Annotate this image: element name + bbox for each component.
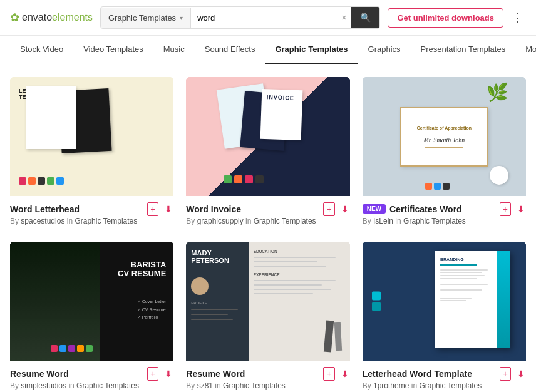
download-icon: ⬇ [165, 204, 172, 214]
logo-elements: elements [52, 12, 93, 23]
download-icon: ⬇ [517, 369, 525, 379]
main-content: LETTERHEADTEMPLATE W [0, 64, 536, 392]
nav-item-stock-video[interactable]: Stock Video [10, 36, 73, 64]
download-icon: ⬇ [341, 369, 349, 379]
card-6: BRANDING [363, 242, 526, 392]
download-icon: ⬇ [341, 204, 349, 214]
card-6-thumbnail[interactable]: BRANDING [363, 242, 526, 361]
card-3: Certificate of Appreciation Mr. Smaith J… [363, 77, 526, 229]
search-bar: Graphic Templates ▾ × 🔍 [100, 6, 380, 29]
nav-item-video-templates[interactable]: Video Templates [73, 36, 153, 64]
nav-item-presentation-templates[interactable]: Presentation Templates [411, 36, 516, 64]
card-2: INVOICE Word Invoice + [186, 77, 349, 229]
card-6-title: Letterhead Word Template [363, 369, 498, 379]
nav-item-sound-effects[interactable]: Sound Effects [195, 36, 265, 64]
card-5-bookmark-button[interactable]: + [322, 367, 336, 380]
card-2-info: Word Invoice + ⬇ By graphicsupply in Gra… [186, 196, 349, 229]
card-3-title: Certificates Word [389, 204, 498, 214]
new-badge: NEW [363, 204, 386, 214]
nav-item-graphic-templates[interactable]: Graphic Templates [265, 36, 358, 64]
card-6-info: Letterhead Word Template + ⬇ By 1prothem… [363, 361, 526, 392]
unlimited-downloads-button[interactable]: Get unlimited downloads [388, 8, 503, 28]
logo-leaf-icon: ✿ [10, 11, 19, 24]
card-2-bookmark-button[interactable]: + [322, 202, 336, 215]
card-2-title: Word Invoice [186, 204, 322, 214]
card-5-author: By sz81 in Graphic Templates [186, 381, 349, 390]
card-1: LETTERHEADTEMPLATE W [10, 77, 173, 229]
card-1-thumbnail[interactable]: LETTERHEADTEMPLATE [10, 77, 173, 196]
card-1-title: Word Letterhead [10, 204, 146, 214]
results-grid: LETTERHEADTEMPLATE W [10, 77, 526, 392]
card-5-title: Resume Word [186, 369, 322, 379]
bookmark-icon: + [500, 367, 511, 381]
card-2-author: By graphicsupply in Graphic Templates [186, 217, 349, 225]
search-submit-button[interactable]: 🔍 [351, 7, 379, 28]
card-3-thumbnail[interactable]: Certificate of Appreciation Mr. Smaith J… [363, 77, 526, 196]
card-5-download-button[interactable]: ⬇ [340, 367, 350, 380]
card-5-info: Resume Word + ⬇ By sz81 in Graphic Templ… [186, 361, 349, 392]
download-icon: ⬇ [165, 369, 172, 379]
card-6-download-button[interactable]: ⬇ [516, 367, 526, 380]
card-3-info: NEW Certificates Word + ⬇ By IsLein in G… [363, 196, 526, 229]
card-5: MADYPETERSON PROFILE EDUCATION EXPERIE [186, 242, 349, 392]
bookmark-icon: + [147, 367, 158, 381]
bookmark-icon: + [323, 202, 334, 216]
card-3-bookmark-button[interactable]: + [498, 202, 512, 215]
card-4-bookmark-button[interactable]: + [146, 367, 160, 380]
header: ✿ envatoelements Graphic Templates ▾ × 🔍… [0, 0, 536, 36]
card-3-author: By IsLein in Graphic Templates [363, 217, 526, 225]
bookmark-icon: + [500, 202, 511, 216]
card-2-thumbnail[interactable]: INVOICE [186, 77, 349, 196]
search-clear-button[interactable]: × [336, 8, 351, 28]
logo: ✿ envatoelements [10, 11, 93, 24]
logo-envato: envato [22, 12, 52, 23]
chevron-down-icon: ▾ [180, 14, 183, 21]
search-input[interactable] [191, 8, 336, 28]
more-options-button[interactable]: ⋮ [510, 8, 526, 27]
card-5-thumbnail[interactable]: MADYPETERSON PROFILE EDUCATION EXPERIE [186, 242, 349, 361]
search-category-selector[interactable]: Graphic Templates ▾ [101, 8, 191, 28]
card-1-info: Word Letterhead + ⬇ By spacestudios in G… [10, 196, 173, 229]
download-icon: ⬇ [517, 204, 525, 214]
card-1-author: By spacestudios in Graphic Templates [10, 217, 173, 225]
card-1-bookmark-button[interactable]: + [146, 202, 160, 215]
card-4-info: Resume Word + ⬇ By simplestudios in Grap… [10, 361, 173, 392]
search-category-label: Graphic Templates [108, 13, 176, 23]
nav-item-music[interactable]: Music [153, 36, 195, 64]
card-4-thumbnail[interactable]: BARISTA CV RESUME ✓ Cover Letter ✓ CV Re… [10, 242, 173, 361]
card-4: BARISTA CV RESUME ✓ Cover Letter ✓ CV Re… [10, 242, 173, 392]
card-6-bookmark-button[interactable]: + [498, 367, 512, 380]
card-4-author: By simplestudios in Graphic Templates [10, 381, 173, 390]
nav-item-more-categories[interactable]: More Categories [515, 36, 536, 64]
card-4-download-button[interactable]: ⬇ [163, 367, 173, 380]
card-3-download-button[interactable]: ⬇ [516, 202, 526, 215]
bookmark-icon: + [147, 202, 158, 216]
card-4-title: Resume Word [10, 369, 146, 379]
card-1-download-button[interactable]: ⬇ [163, 202, 173, 215]
bookmark-icon: + [323, 367, 334, 381]
nav-bar: Stock Video Video Templates Music Sound … [0, 36, 536, 64]
header-right: Get unlimited downloads ⋮ [388, 8, 526, 28]
logo-text[interactable]: envatoelements [22, 12, 93, 23]
card-2-download-button[interactable]: ⬇ [340, 202, 350, 215]
nav-item-graphics[interactable]: Graphics [358, 36, 411, 64]
search-icon: 🔍 [360, 13, 371, 23]
card-6-author: By 1protheme in Graphic Templates [363, 381, 526, 390]
